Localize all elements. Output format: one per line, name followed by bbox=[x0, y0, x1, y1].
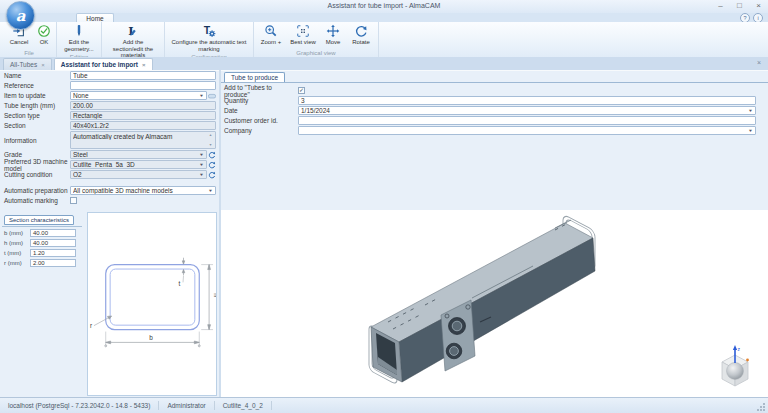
best-view-button[interactable]: Best view bbox=[287, 23, 319, 47]
r-label: r (mm) bbox=[2, 260, 30, 266]
add-to-tubes-checkbox[interactable]: ✓ bbox=[298, 87, 305, 94]
automatic-marking-checkbox[interactable] bbox=[70, 197, 77, 204]
edit-geometry-button[interactable]: Edit the geometry... bbox=[60, 23, 98, 53]
close-pane-icon[interactable]: × bbox=[757, 59, 761, 66]
orientation-sphere bbox=[727, 363, 744, 380]
dim-r-label: r bbox=[90, 322, 93, 329]
chevron-down-icon[interactable]: ▼ bbox=[199, 152, 204, 158]
ribbon-tab-row: Home ? i bbox=[0, 13, 768, 22]
section-characteristics-group: Section characteristics b (mm) 40.00 h (… bbox=[2, 208, 82, 269]
chevron-down-icon[interactable]: ▼ bbox=[199, 162, 204, 168]
grade-dropdown[interactable]: Steel ▼ bbox=[70, 150, 207, 159]
t-field[interactable]: 1.20 bbox=[30, 249, 76, 257]
chevron-down-icon[interactable]: ▼ bbox=[199, 93, 204, 99]
resize-grip[interactable] bbox=[757, 402, 766, 411]
section-diagram-panel: b h t r bbox=[87, 212, 217, 396]
tube-properties-panel: Name Tube Reference Item to update None … bbox=[0, 70, 219, 397]
h-label: h (mm) bbox=[2, 240, 30, 246]
chevron-down-icon[interactable]: ▼ bbox=[199, 172, 204, 178]
tab-close-icon[interactable]: × bbox=[142, 62, 146, 68]
ribbon-group-label: Graphical view bbox=[257, 49, 375, 57]
best-view-icon bbox=[296, 24, 310, 38]
move-button[interactable]: Move bbox=[321, 23, 345, 47]
reference-field[interactable] bbox=[70, 81, 216, 90]
customer-order-id-label: Customer order id. bbox=[224, 117, 298, 124]
ribbon: Cancel OK File Ed bbox=[0, 22, 768, 58]
chevron-down-icon[interactable]: ▼ bbox=[748, 128, 753, 134]
pencil-icon bbox=[72, 24, 86, 38]
document-tab-strip: All-Tubes × Assistant for tube import × … bbox=[0, 57, 768, 71]
ribbon-group-file: Cancel OK File bbox=[2, 22, 57, 57]
ribbon-group-graphical-view: Zoom + Best view bbox=[254, 22, 379, 57]
item-to-update-dropdown[interactable]: None ▼ bbox=[70, 91, 207, 100]
b-field[interactable]: 40.00 bbox=[30, 229, 76, 237]
reference-label: Reference bbox=[4, 82, 70, 89]
date-label: Date bbox=[224, 107, 298, 114]
date-dropdown[interactable]: 1/15/2024 ▼ bbox=[298, 106, 756, 115]
tab-close-icon[interactable]: × bbox=[41, 62, 45, 68]
ibeam-pencil-icon: I bbox=[126, 24, 140, 38]
h-field[interactable]: 40.00 bbox=[30, 239, 76, 247]
scroll-up-icon: ▴ bbox=[208, 133, 213, 137]
t-label: t (mm) bbox=[2, 250, 30, 256]
tube-to-produce-panel: Tube to produce Add to "Tubes to produce… bbox=[221, 70, 768, 210]
refresh-icon[interactable] bbox=[208, 161, 216, 169]
ribbon-group-editing: Edit the geometry... Editing bbox=[57, 22, 102, 57]
section-characteristics-tab[interactable]: Section characteristics bbox=[4, 215, 74, 225]
section-diagram: b h t r bbox=[88, 213, 216, 395]
ribbon-group-label: File bbox=[5, 49, 53, 57]
add-section-button[interactable]: I Add the section/edit the materials bbox=[105, 23, 161, 60]
name-label: Name bbox=[4, 72, 70, 79]
preferred-machine-dropdown[interactable]: Cutlite_Penta_5a_3D ▼ bbox=[70, 160, 207, 169]
scrollbar[interactable]: ▴ ▾ bbox=[208, 133, 213, 147]
clear-selection-icon[interactable] bbox=[208, 92, 216, 100]
zoom-plus-button[interactable]: Zoom + bbox=[257, 23, 285, 47]
almacam-window: Assistant for tube import - AlmaCAM – □ … bbox=[0, 0, 768, 413]
navigation-cube[interactable]: z bbox=[722, 345, 749, 386]
tube-length-field: 200.00 bbox=[70, 101, 216, 110]
preferred-machine-label: Preferred 3D machine model bbox=[4, 158, 70, 172]
r-field[interactable]: 2.00 bbox=[30, 259, 76, 267]
refresh-icon[interactable] bbox=[208, 151, 216, 159]
configure-text-marking-button[interactable]: T Configure the automatic text marking bbox=[168, 23, 250, 53]
tab-assistant-for-tube-import[interactable]: Assistant for tube import × bbox=[54, 58, 153, 70]
tube-3d-viewport[interactable]: z bbox=[221, 210, 768, 397]
text-gear-icon: T bbox=[202, 24, 216, 38]
tube-3d-model bbox=[371, 220, 595, 382]
quantity-field[interactable]: 3 bbox=[298, 96, 756, 105]
dim-t-label: t bbox=[179, 280, 181, 287]
almacam-logo-icon[interactable]: a bbox=[6, 1, 35, 30]
axis-origin-dot bbox=[746, 359, 749, 362]
rotate-arrow-icon bbox=[354, 24, 368, 38]
chevron-down-icon[interactable]: ▼ bbox=[748, 108, 753, 114]
status-database: localhost (PostgreSql - 7.23.2042.0 - 14… bbox=[0, 401, 159, 410]
minimize-button[interactable]: – bbox=[716, 1, 725, 10]
main-content: Name Tube Reference Item to update None … bbox=[0, 70, 768, 397]
chevron-down-icon[interactable]: ▼ bbox=[208, 188, 213, 194]
customer-order-id-field[interactable] bbox=[298, 116, 756, 125]
ok-button[interactable]: OK bbox=[35, 23, 53, 47]
section-field: 40x40x1.2r2 bbox=[70, 121, 216, 130]
titlebar: Assistant for tube import - AlmaCAM – □ … bbox=[0, 0, 768, 14]
status-user: Administrator bbox=[159, 401, 214, 410]
section-type-field: Rectangle bbox=[70, 111, 216, 120]
cutting-condition-dropdown[interactable]: O2 ▼ bbox=[70, 170, 207, 179]
maximize-button[interactable]: □ bbox=[735, 1, 744, 10]
automatic-preparation-dropdown[interactable]: All compatible 3D machine models ▼ bbox=[70, 186, 216, 195]
tab-all-tubes[interactable]: All-Tubes × bbox=[3, 58, 52, 70]
tab-tube-to-produce[interactable]: Tube to produce bbox=[224, 72, 285, 82]
automatic-preparation-label: Automatic preparation bbox=[4, 187, 70, 194]
automatic-marking-label: Automatic marking bbox=[4, 197, 70, 204]
b-label: b (mm) bbox=[2, 230, 30, 236]
status-machine-config: Cutlite_4_0_2 bbox=[215, 401, 272, 410]
name-field[interactable]: Tube bbox=[70, 71, 216, 80]
dim-h-label: h bbox=[213, 293, 216, 297]
information-field: Automatically created by Almacam ▴ ▾ bbox=[70, 131, 216, 149]
z-axis-label: z bbox=[738, 346, 741, 352]
ribbon-group-configuration: T Configure the automatic text marking C… bbox=[165, 22, 254, 57]
rotate-button[interactable]: Rotate bbox=[347, 23, 375, 47]
cutting-condition-label: Cutting condition bbox=[4, 171, 70, 178]
close-button[interactable]: × bbox=[754, 1, 763, 10]
company-dropdown[interactable]: ▼ bbox=[298, 126, 756, 135]
refresh-icon[interactable] bbox=[208, 171, 216, 179]
